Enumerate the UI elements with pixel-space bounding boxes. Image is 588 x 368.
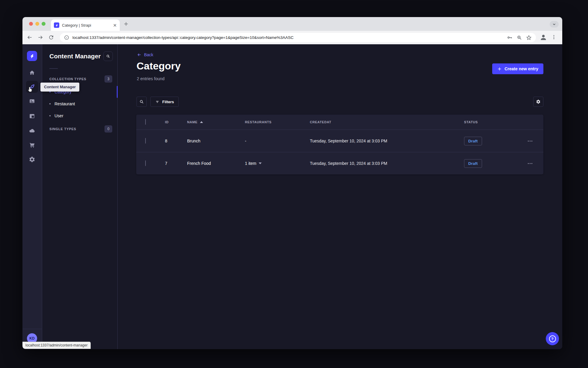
browser-toolbar: localhost:1337/admin/content-manager/col… xyxy=(22,31,562,44)
filter-icon xyxy=(155,100,160,104)
sidebar-item-media-library[interactable] xyxy=(26,95,38,107)
page-info-icon[interactable] xyxy=(64,35,69,40)
subnav-item-label: User xyxy=(54,113,63,118)
table-settings-button[interactable] xyxy=(533,97,543,107)
single-types-badge: 0 xyxy=(104,125,112,133)
cell-restaurants[interactable]: 1 item xyxy=(245,161,310,166)
sidebar-item-content-type-builder[interactable] xyxy=(26,110,38,122)
subnav-item-user[interactable]: User xyxy=(49,111,114,121)
subnav-search-button[interactable] xyxy=(103,51,113,61)
cell-name: French Food xyxy=(187,161,245,166)
table-row[interactable]: 7 French Food 1 item Tuesday, September … xyxy=(136,152,543,174)
plus-icon xyxy=(497,67,502,71)
entries-table: ID NAME RESTAURANTS CREATEDAT STATUS 8 B… xyxy=(136,115,543,174)
status-badge: Draft xyxy=(464,159,482,168)
traffic-light-close[interactable] xyxy=(29,22,33,26)
subnav-item-label: Restaurant xyxy=(54,101,75,106)
search-icon xyxy=(139,99,144,104)
column-header-name[interactable]: NAME xyxy=(187,120,245,124)
status-badge: Draft xyxy=(464,137,482,145)
column-header-status[interactable]: STATUS xyxy=(464,120,522,124)
subnav-divider xyxy=(49,68,58,69)
tab-search-chevron-icon[interactable] xyxy=(550,21,559,28)
forward-icon[interactable] xyxy=(37,34,43,40)
sidebar-item-marketplace[interactable] xyxy=(26,139,38,151)
subnav-title: Content Manager xyxy=(49,53,101,60)
traffic-light-zoom[interactable] xyxy=(42,22,46,26)
entries-count: 2 entries found xyxy=(137,76,165,81)
table-row[interactable]: 8 Brunch - Tuesday, September 10, 2024 a… xyxy=(136,130,543,152)
table-search-button[interactable] xyxy=(137,97,147,107)
url-text: localhost:1337/admin/content-manager/col… xyxy=(72,35,294,40)
column-header-id[interactable]: ID xyxy=(165,120,187,124)
collection-types-label: COLLECTION TYPES xyxy=(49,77,86,81)
back-icon[interactable] xyxy=(27,34,33,40)
bookmark-star-icon[interactable] xyxy=(526,35,532,40)
sidebar-item-cloud[interactable] xyxy=(26,125,38,137)
cell-createdat: Tuesday, September 10, 2024 at 3:03 PM xyxy=(310,139,464,143)
arrow-left-icon xyxy=(137,52,142,57)
rail-divider xyxy=(22,329,42,329)
gear-icon xyxy=(536,99,541,104)
collection-types-badge: 3 xyxy=(104,75,112,83)
browser-window: Category | Strapi ✕ localhost:1337/admin… xyxy=(22,17,562,349)
subnav-item-restaurant[interactable]: Restaurant xyxy=(49,99,114,109)
cell-id: 7 xyxy=(165,161,187,166)
filters-button[interactable]: Filters xyxy=(150,97,179,107)
chevron-down-icon xyxy=(259,162,262,164)
browser-profile-icon[interactable] xyxy=(539,34,547,41)
create-button-label: Create new entry xyxy=(504,66,538,71)
cell-name: Brunch xyxy=(187,139,245,143)
mouse-cursor-hand xyxy=(27,86,34,93)
strapi-logo[interactable] xyxy=(27,51,37,61)
reload-icon[interactable] xyxy=(48,34,54,40)
bullet-icon xyxy=(49,103,51,104)
cell-createdat: Tuesday, September 10, 2024 at 3:03 PM xyxy=(310,161,464,166)
strapi-app: KD Content Manager COLLECTION TYPES 3 Ca… xyxy=(22,44,562,349)
page-title: Category xyxy=(137,60,181,72)
filters-label: Filters xyxy=(162,100,174,104)
row-checkbox[interactable] xyxy=(145,160,146,166)
single-types-label: SINGLE TYPES xyxy=(49,127,76,131)
column-header-createdat[interactable]: CREATEDAT xyxy=(310,120,464,124)
cell-id: 8 xyxy=(165,139,187,143)
strapi-favicon-icon xyxy=(54,22,59,28)
traffic-light-minimize[interactable] xyxy=(35,22,39,26)
browser-status-bar: localhost:1337/admin/content-manager xyxy=(22,342,91,349)
password-key-icon[interactable] xyxy=(507,35,513,40)
bullet-icon xyxy=(49,115,51,116)
address-bar[interactable]: localhost:1337/admin/content-manager/col… xyxy=(60,33,536,42)
question-mark-icon: ? xyxy=(549,335,556,342)
back-label: Back xyxy=(144,52,153,57)
sidebar-item-settings[interactable] xyxy=(26,153,38,165)
content-manager-tooltip: Content Manager xyxy=(40,83,79,92)
row-checkbox[interactable] xyxy=(145,138,146,144)
help-button[interactable]: ? xyxy=(546,332,559,345)
row-actions-menu-icon[interactable] xyxy=(528,141,532,142)
browser-tab-strip: Category | Strapi ✕ xyxy=(22,17,562,31)
browser-menu-icon[interactable] xyxy=(551,34,557,40)
create-new-entry-button[interactable]: Create new entry xyxy=(492,63,543,74)
tab-close-icon[interactable]: ✕ xyxy=(113,23,117,28)
row-actions-menu-icon[interactable] xyxy=(528,163,532,164)
cell-restaurants: - xyxy=(245,139,310,143)
table-header-row: ID NAME RESTAURANTS CREATEDAT STATUS xyxy=(136,115,543,130)
sidebar-item-home[interactable] xyxy=(26,67,38,79)
zoom-in-icon[interactable] xyxy=(516,35,522,40)
browser-tab[interactable]: Category | Strapi ✕ xyxy=(51,19,120,31)
main-content: Back Category 2 entries found Create new… xyxy=(118,44,562,349)
column-header-restaurants[interactable]: RESTAURANTS xyxy=(245,120,310,124)
tab-title: Category | Strapi xyxy=(62,23,110,28)
select-all-checkbox[interactable] xyxy=(145,119,146,125)
sort-ascending-icon xyxy=(200,121,203,123)
new-tab-icon[interactable] xyxy=(123,21,129,27)
back-link[interactable]: Back xyxy=(137,52,153,57)
